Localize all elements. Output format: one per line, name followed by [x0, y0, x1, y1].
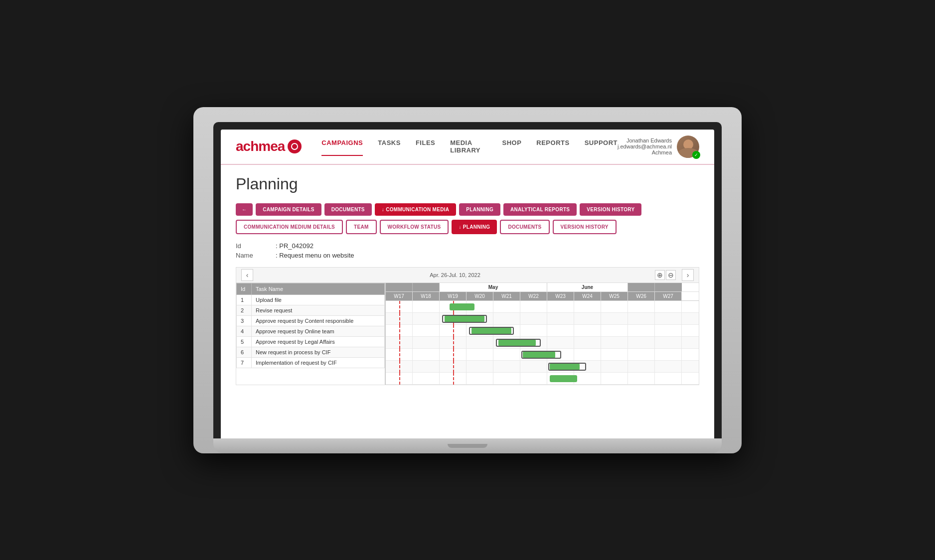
user-email: j.edwards@achmea.nl	[618, 143, 672, 149]
gantt-nav-row: ‹ Apr. 26-Jul. 10, 2022 ⊕ ⊖ ›	[236, 268, 699, 283]
gantt-cell	[520, 337, 547, 349]
nav-shop[interactable]: SHOP	[502, 137, 521, 156]
gantt-cell	[440, 301, 467, 313]
gantt-cell	[520, 325, 547, 337]
gantt-cell	[386, 313, 413, 325]
id-label: Id	[236, 242, 276, 250]
gantt-cell	[386, 349, 413, 361]
tab-version-history-2[interactable]: VERSION HISTORY	[553, 220, 617, 234]
tab-version-history-1[interactable]: VERSION HISTORY	[580, 203, 641, 216]
week-w26: W26	[628, 292, 655, 300]
col-task-name: Task Name	[252, 283, 385, 294]
task-name: Approve request by Content responsible	[252, 315, 385, 326]
screen: achmea CAMPAIGNS TASKS FILES MEDIA LIBRA…	[221, 130, 714, 438]
tab-documents-1[interactable]: DOCUMENTS	[324, 203, 372, 216]
table-row: 5 Approve request by Legal Affairs	[237, 336, 385, 347]
tab-planning-1[interactable]: PLANNING	[459, 203, 500, 216]
gantt-row-6	[386, 361, 699, 373]
gantt-week-header: W17 W18 W19 W20 W21 W22 W23 W24 W25 W26	[386, 292, 699, 301]
gantt-cell	[574, 361, 601, 373]
gantt-cell	[628, 349, 655, 361]
user-company: Achmea	[618, 149, 672, 155]
week-w25: W25	[601, 292, 628, 300]
gantt-cell	[467, 373, 493, 385]
user-name: Jonathan Edwards	[618, 138, 672, 143]
app-content: Planning ← CAMPAIGN DETAILS DOCUMENTS ↓ …	[221, 165, 714, 395]
week-w27: W27	[655, 292, 682, 300]
task-name: Approve request by Legal Affairs	[252, 336, 385, 347]
gantt-cell	[440, 349, 467, 361]
gantt-cell	[574, 313, 601, 325]
table-row: 3 Approve request by Content responsible	[237, 315, 385, 326]
gantt-cell	[628, 313, 655, 325]
gantt-cell	[386, 301, 413, 313]
week-w20: W20	[467, 292, 493, 300]
gantt-cell	[520, 313, 547, 325]
gantt-cell	[493, 325, 520, 337]
nav-campaigns[interactable]: CAMPAIGNS	[321, 137, 363, 156]
gantt-next-button[interactable]: ›	[682, 269, 694, 281]
task-name: Implementation of request by CIF	[252, 357, 385, 368]
gantt-cell	[655, 337, 682, 349]
gantt-row-2	[386, 313, 699, 325]
task-id: 1	[237, 294, 252, 305]
gantt-cell	[547, 325, 574, 337]
logo-area: achmea	[236, 139, 302, 154]
gantt-cell	[386, 373, 413, 385]
name-label: Name	[236, 252, 276, 259]
gantt-cell	[440, 361, 467, 373]
gantt-chart-area: Id Task Name 1 Upload file	[236, 283, 699, 385]
tab-analytical-reports[interactable]: ANALYTICAL REPORTS	[503, 203, 577, 216]
gantt-cell	[655, 301, 682, 313]
tab-communication-media[interactable]: ↓ COMMUNICATION MEDIA	[375, 203, 457, 216]
tab-campaign-details[interactable]: CAMPAIGN DETAILS	[256, 203, 321, 216]
gantt-cell	[493, 301, 520, 313]
task-id: 3	[237, 315, 252, 326]
gantt-cell	[467, 337, 493, 349]
gantt-cell	[520, 349, 547, 361]
tab-documents-2[interactable]: DOCUMENTS	[500, 220, 549, 234]
gantt-cell	[547, 361, 574, 373]
meta-id-row: Id : PR_042092	[236, 242, 699, 250]
tab-planning-2[interactable]: ↓ PLANNING	[452, 220, 497, 234]
nav-files[interactable]: FILES	[416, 137, 435, 156]
tab-comm-medium-details[interactable]: COMMUNICATION MEDIUM DETAILS	[236, 220, 343, 234]
nav-media-library[interactable]: MEDIA LIBRARY	[450, 137, 487, 156]
gantt-cell	[655, 325, 682, 337]
nav-reports[interactable]: REPORTS	[536, 137, 569, 156]
gantt-row-3	[386, 325, 699, 337]
gantt-row-4	[386, 337, 699, 349]
logo-icon	[288, 140, 302, 153]
table-row: 6 New request in process by CIF	[237, 347, 385, 357]
gantt-cell	[601, 301, 628, 313]
nav-support[interactable]: SUPPORT	[585, 137, 618, 156]
laptop-bottom	[213, 438, 722, 453]
user-avatar-wrapper: ✓	[677, 136, 699, 158]
check-badge: ✓	[692, 151, 700, 159]
tab-workflow-status[interactable]: WORKFLOW STATUS	[380, 220, 449, 234]
gantt-cell	[467, 361, 493, 373]
tab-team[interactable]: TEAM	[346, 220, 377, 234]
week-w22: W22	[520, 292, 547, 300]
gantt-cell	[413, 349, 440, 361]
gantt-row-1	[386, 301, 699, 313]
back-button[interactable]: ←	[236, 203, 253, 216]
task-name: Upload file	[252, 294, 385, 305]
gantt-cell	[440, 373, 467, 385]
nav-tasks[interactable]: TASKS	[378, 137, 401, 156]
gantt-cell	[547, 313, 574, 325]
gantt-cell	[467, 325, 493, 337]
zoom-out-button[interactable]: ⊖	[666, 270, 676, 280]
gantt-cell	[655, 361, 682, 373]
user-area: Jonathan Edwards j.edwards@achmea.nl Ach…	[618, 136, 699, 158]
gantt-cell	[467, 301, 493, 313]
gantt-cell	[628, 301, 655, 313]
gantt-prev-button[interactable]: ‹	[241, 269, 253, 281]
gantt-cell	[574, 325, 601, 337]
gantt-cell	[547, 349, 574, 361]
gantt-cell	[386, 337, 413, 349]
gantt-cell	[493, 349, 520, 361]
gantt-cell	[655, 313, 682, 325]
gantt-cell	[386, 361, 413, 373]
zoom-in-button[interactable]: ⊕	[655, 270, 665, 280]
